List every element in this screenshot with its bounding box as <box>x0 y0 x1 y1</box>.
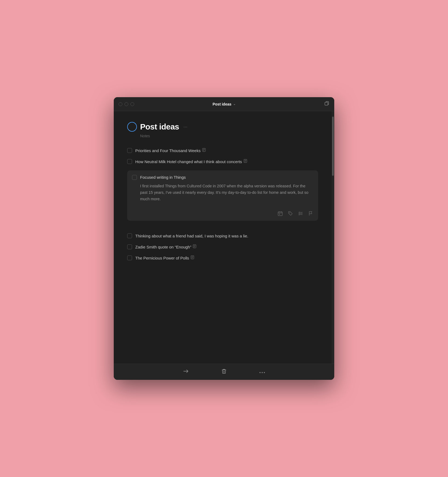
note-icon <box>191 255 194 261</box>
task-checkbox[interactable] <box>127 159 132 164</box>
task-checkbox[interactable] <box>127 233 132 238</box>
list-item: How Neutral Milk Hotel changed what I th… <box>127 157 318 167</box>
list-item: Zadie Smith quote on “Enough” <box>127 242 318 252</box>
task-text: Priorities and Four Thousand Weeks <box>135 148 206 153</box>
task-checkbox[interactable] <box>127 255 132 260</box>
task-text: Zadie Smith quote on “Enough” <box>135 244 196 250</box>
trash-button[interactable] <box>221 368 227 376</box>
expanded-task-body[interactable]: I first installed Things from Cultured C… <box>140 183 313 202</box>
calendar-icon[interactable] <box>278 211 283 217</box>
chevron-down-icon[interactable]: ⌄ <box>233 102 236 106</box>
list-item: Thinking about what a friend had said, I… <box>127 231 318 241</box>
list-item: Priorities and Four Thousand Weeks <box>127 146 318 156</box>
task-checkbox[interactable] <box>127 244 132 249</box>
note-icon <box>244 159 247 164</box>
content-area: Post ideas ··· Notes Priorities and Four… <box>114 111 334 364</box>
tag-icon[interactable] <box>288 211 293 217</box>
scrollbar-thumb[interactable] <box>332 117 334 176</box>
task-checkbox[interactable] <box>127 148 132 153</box>
task-text: The Pernicious Power of Polls <box>135 255 194 261</box>
window-title: Post ideas ⌄ <box>212 102 235 106</box>
close-button[interactable] <box>119 102 122 106</box>
maximize-button[interactable] <box>130 102 134 106</box>
page-title: Post ideas <box>140 122 179 131</box>
expanded-task-header: Focused writing in Things <box>132 175 313 180</box>
svg-point-31 <box>264 372 265 373</box>
svg-rect-13 <box>279 214 280 215</box>
title-bar: Post ideas ⌄ <box>114 97 334 111</box>
duplicate-button[interactable] <box>324 101 329 107</box>
svg-point-14 <box>289 212 290 213</box>
svg-point-29 <box>259 372 261 373</box>
notes-field-label[interactable]: Notes <box>140 134 318 138</box>
task-checkbox[interactable] <box>132 175 137 180</box>
window-title-text: Post ideas <box>212 102 231 106</box>
more-options-button[interactable]: ··· <box>183 124 187 130</box>
task-text: How Neutral Milk Hotel changed what I th… <box>135 159 247 164</box>
svg-point-30 <box>262 372 263 373</box>
expanded-task-card: Focused writing in Things I first instal… <box>127 170 318 221</box>
expanded-task-title: Focused writing in Things <box>140 175 186 180</box>
checklist-icon[interactable] <box>298 211 303 217</box>
flag-icon[interactable] <box>308 211 313 217</box>
project-circle-icon <box>127 122 137 132</box>
page-header: Post ideas ··· <box>127 122 318 132</box>
scrollbar-track <box>332 111 334 364</box>
task-action-bar <box>132 208 313 217</box>
minimize-button[interactable] <box>125 102 128 106</box>
note-icon <box>193 244 196 250</box>
task-text: Thinking about what a friend had said, I… <box>135 233 248 239</box>
list-item: The Pernicious Power of Polls <box>127 253 318 263</box>
window-controls <box>119 102 134 106</box>
bottom-toolbar <box>114 364 334 380</box>
task-list: Priorities and Four Thousand Weeks <box>127 146 318 263</box>
main-content: Post ideas ··· Notes Priorities and Four… <box>114 111 332 364</box>
svg-rect-9 <box>278 212 282 216</box>
more-options-button[interactable] <box>259 369 265 375</box>
main-window: Post ideas ⌄ Post ideas ··· Notes <box>114 97 334 380</box>
note-icon <box>202 148 206 153</box>
move-button[interactable] <box>183 368 189 376</box>
svg-rect-0 <box>325 102 328 105</box>
